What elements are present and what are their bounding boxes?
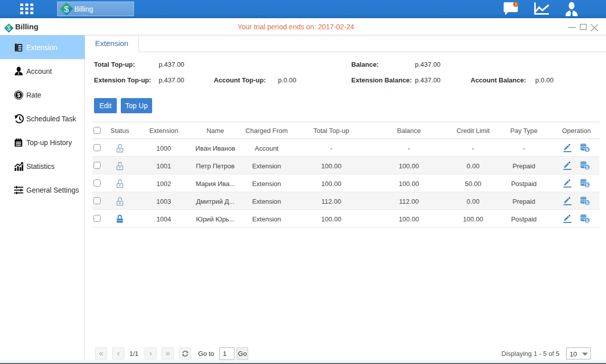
- svg-text:$: $: [17, 92, 21, 98]
- svg-text:$: $: [586, 200, 589, 205]
- svg-text:$: $: [586, 147, 589, 152]
- svg-text:$: $: [586, 217, 589, 223]
- svg-text:$: $: [586, 164, 589, 170]
- svg-text:$: $: [64, 5, 69, 14]
- svg-text:$: $: [586, 182, 589, 188]
